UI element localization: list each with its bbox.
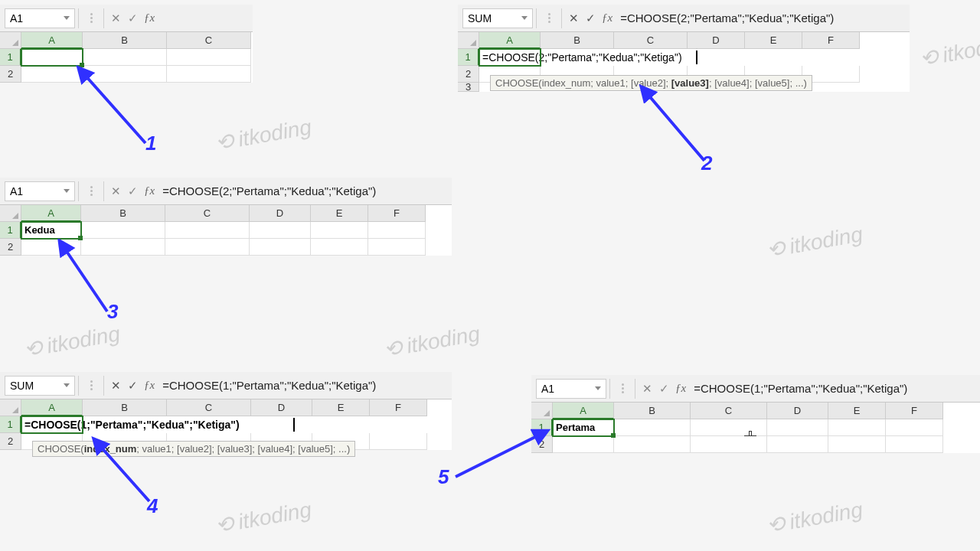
name-box[interactable]: SUM [462,8,533,28]
chevron-down-icon[interactable] [521,16,528,20]
cell[interactable] [691,419,767,436]
cell-a1[interactable]: =CHOOSE(1;"Pertama";"Kedua";"Ketiga") [21,416,83,433]
column-header[interactable]: B [83,32,167,49]
row-header[interactable]: 1 [0,49,21,66]
cell[interactable] [81,239,165,256]
cell[interactable] [81,222,165,239]
cell[interactable] [21,66,83,83]
chevron-down-icon[interactable] [64,16,70,20]
formula-text[interactable]: =CHOOSE(2;"Pertama";"Kedua";"Ketiga") [158,184,452,197]
row-header[interactable]: 2 [531,436,553,453]
row-header[interactable]: 1 [0,416,21,433]
cell[interactable] [828,419,886,436]
column-header[interactable]: F [802,32,860,49]
cell[interactable] [886,419,943,436]
cell-a1[interactable]: Kedua [21,222,81,239]
cell[interactable] [311,222,368,239]
formula-text[interactable]: =CHOOSE(2;"Pertama";"Kedua";"Ketiga") [616,11,910,24]
column-header[interactable]: E [312,399,370,416]
cell[interactable] [614,419,691,436]
cell[interactable] [368,222,426,239]
row-header[interactable]: 2 [0,239,21,256]
cell-a1[interactable]: Pertama [553,419,614,436]
cell[interactable] [165,222,250,239]
column-header[interactable]: B [81,205,165,222]
cell[interactable] [614,436,691,453]
cell[interactable] [691,436,767,453]
column-header[interactable]: F [886,403,943,419]
column-header[interactable]: E [828,403,886,419]
cell[interactable] [167,49,251,66]
column-header[interactable]: B [541,32,614,49]
column-header[interactable]: E [745,32,802,49]
column-header[interactable]: A [21,399,83,416]
cell[interactable] [165,239,250,256]
column-header[interactable]: D [767,403,828,419]
select-all-corner[interactable] [458,32,479,49]
cell[interactable] [828,436,886,453]
name-box[interactable]: SUM [5,376,75,396]
column-header[interactable]: A [21,205,81,222]
column-header[interactable]: D [251,399,312,416]
cell[interactable] [250,239,311,256]
cell[interactable] [370,433,427,450]
select-all-corner[interactable] [0,205,21,222]
row-header[interactable]: 2 [0,66,21,83]
row-header[interactable]: 1 [0,222,21,239]
name-box[interactable]: A1 [5,8,75,28]
name-box[interactable]: A1 [5,181,75,201]
column-header[interactable]: F [370,399,427,416]
cell-a1[interactable] [21,49,83,66]
row-header[interactable]: 2 [458,66,479,83]
cell[interactable] [886,436,943,453]
chevron-down-icon[interactable] [595,386,601,390]
cell[interactable] [21,239,81,256]
cell[interactable] [167,66,251,83]
formula-text[interactable]: =CHOOSE(1;"Pertama";"Kedua";"Ketiga") [689,382,980,395]
column-header[interactable]: A [479,32,541,49]
enter-button[interactable]: ✓ [124,377,141,394]
fx-icon[interactable]: ƒx [144,379,155,392]
row-header[interactable]: 3 [458,83,479,92]
cell[interactable] [311,239,368,256]
column-header[interactable]: A [553,403,614,419]
cell[interactable] [368,239,426,256]
column-header[interactable]: C [614,32,688,49]
name-box[interactable]: A1 [536,379,606,399]
column-header[interactable]: E [311,205,368,222]
column-header[interactable]: C [167,32,251,49]
select-all-corner[interactable] [0,399,21,416]
fx-icon[interactable]: ƒx [675,382,686,395]
row-header[interactable]: 2 [0,433,21,450]
formula-text[interactable]: =CHOOSE(1;"Pertama";"Kedua";"Ketiga") [158,379,452,392]
chevron-down-icon[interactable] [64,189,70,193]
cell[interactable] [83,49,167,66]
column-header[interactable]: C [691,403,767,419]
column-header[interactable]: C [165,205,250,222]
select-all-corner[interactable] [531,403,553,419]
enter-button[interactable]: ✓ [582,10,599,27]
cancel-button[interactable]: ✕ [565,10,582,27]
column-header[interactable]: D [688,32,745,49]
select-all-corner[interactable] [0,32,21,49]
cancel-button[interactable]: ✕ [107,377,124,394]
cell[interactable] [553,436,614,453]
fx-icon[interactable]: ƒx [144,11,155,24]
column-header[interactable]: F [368,205,426,222]
cell[interactable] [250,222,311,239]
column-header[interactable]: B [614,403,691,419]
fx-icon[interactable]: ƒx [602,11,612,24]
column-header[interactable]: D [250,205,311,222]
chevron-down-icon[interactable] [64,383,70,387]
dots-icon [87,13,96,23]
column-header[interactable]: A [21,32,83,49]
row-header[interactable]: 1 [531,419,553,436]
cell[interactable] [767,419,828,436]
fx-icon[interactable]: ƒx [144,184,155,197]
row-header[interactable]: 1 [458,49,479,66]
column-header[interactable]: C [167,399,251,416]
cell[interactable] [767,436,828,453]
cell[interactable] [83,66,167,83]
cell-a1[interactable]: =CHOOSE(2;"Pertama";"Kedua";"Ketiga") [479,49,541,66]
column-header[interactable]: B [83,399,167,416]
